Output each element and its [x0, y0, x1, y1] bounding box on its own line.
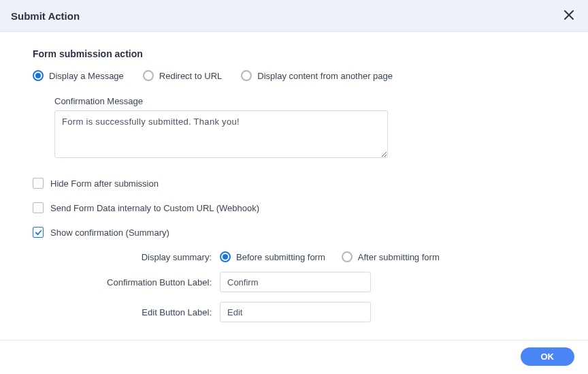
action-radio-group: Display a Message Redirect to URL Displa…	[33, 70, 555, 81]
checkbox-show-summary[interactable]: Show confirmation (Summary)	[33, 227, 555, 238]
confirmation-message-label: Confirmation Message	[54, 96, 555, 106]
section-title: Form submission action	[33, 48, 555, 59]
confirm-button-label-text: Confirmation Button Label:	[74, 277, 220, 287]
radio-label: Display a Message	[49, 71, 124, 81]
confirm-label-row: Confirmation Button Label:	[74, 272, 555, 292]
checkbox-icon	[33, 178, 44, 189]
checkbox-hide-form[interactable]: Hide Form after submission	[33, 178, 555, 189]
edit-label-row: Edit Button Label:	[74, 302, 555, 322]
edit-button-label-text: Edit Button Label:	[74, 307, 220, 317]
close-button[interactable]	[561, 7, 577, 25]
radio-after-submit[interactable]: After submitting form	[342, 251, 440, 262]
radio-label: After submitting form	[358, 252, 440, 262]
summary-section: Display summary: Before submitting form …	[74, 251, 555, 322]
dialog-content: Form submission action Display a Message…	[0, 32, 588, 340]
radio-icon	[342, 251, 353, 262]
checkbox-icon	[33, 227, 44, 238]
checkbox-label: Hide Form after submission	[50, 178, 159, 189]
radio-before-submit[interactable]: Before submitting form	[220, 251, 325, 262]
radio-display-page[interactable]: Display content from another page	[241, 70, 393, 81]
ok-button[interactable]: OK	[521, 347, 575, 366]
checkbox-icon	[33, 202, 44, 213]
radio-label: Redirect to URL	[159, 71, 222, 81]
radio-icon	[143, 70, 154, 81]
radio-display-message[interactable]: Display a Message	[33, 70, 124, 81]
dialog-header: Submit Action	[0, 0, 588, 32]
radio-icon	[241, 70, 252, 81]
checkbox-label: Send Form Data internaly to Custom URL (…	[50, 203, 259, 213]
checkbox-webhook[interactable]: Send Form Data internaly to Custom URL (…	[33, 202, 555, 213]
display-summary-row: Display summary: Before submitting form …	[74, 251, 555, 262]
edit-button-label-input[interactable]	[220, 302, 371, 322]
checkbox-label: Show confirmation (Summary)	[50, 228, 169, 238]
radio-label: Display content from another page	[257, 71, 393, 81]
display-summary-label: Display summary:	[74, 252, 220, 262]
radio-icon	[33, 70, 44, 81]
radio-label: Before submitting form	[236, 252, 325, 262]
radio-icon	[220, 251, 231, 262]
confirmation-message-textarea[interactable]	[54, 110, 388, 158]
submit-action-dialog: Submit Action Form submission action Dis…	[0, 0, 588, 374]
radio-redirect-url[interactable]: Redirect to URL	[143, 70, 222, 81]
dialog-footer: OK	[0, 340, 588, 374]
close-icon	[564, 7, 574, 24]
dialog-title: Submit Action	[11, 10, 80, 22]
confirm-button-label-input[interactable]	[220, 272, 371, 292]
